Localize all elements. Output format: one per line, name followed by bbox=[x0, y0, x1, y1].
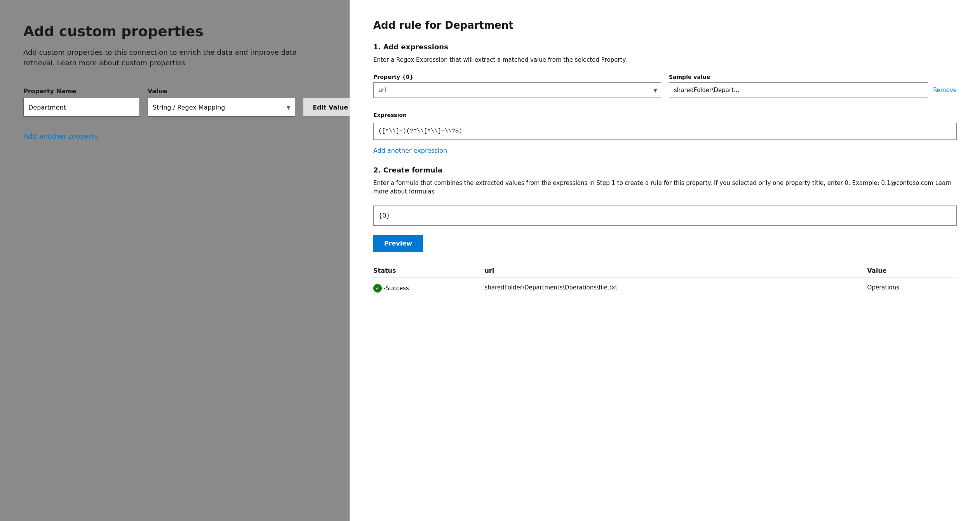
col-url-header: url bbox=[484, 264, 855, 278]
status-cell: ✓ -Success bbox=[373, 284, 473, 293]
left-panel: Add custom properties Add custom propert… bbox=[0, 0, 350, 521]
property-name-group: Property Name bbox=[23, 87, 140, 117]
preview-button[interactable]: Preview bbox=[373, 235, 423, 252]
section1-description: Enter a Regex Expression that will extra… bbox=[373, 56, 957, 64]
result-row: ✓ -Success sharedFolder\Departments\Oper… bbox=[373, 277, 957, 296]
preview-button-wrapper: Preview bbox=[373, 235, 957, 264]
success-status-text: -Success bbox=[383, 285, 409, 292]
formula-input[interactable] bbox=[373, 206, 957, 226]
property-form-row: Property Name Value String / Regex Mappi… bbox=[23, 87, 326, 117]
page-description: Add custom properties to this connection… bbox=[23, 47, 326, 68]
sample-value-input[interactable] bbox=[669, 82, 928, 98]
section2-heading: 2. Create formula bbox=[373, 166, 957, 174]
property-dropdown[interactable]: url title filename bbox=[373, 82, 661, 98]
right-panel: Add rule for Department 1. Add expressio… bbox=[350, 0, 980, 521]
edit-value-button[interactable]: Edit Value bbox=[303, 98, 350, 117]
result-status-cell: ✓ -Success bbox=[373, 277, 473, 296]
col-status-header: Status bbox=[373, 264, 473, 278]
property-dropdown-wrapper: url title filename ▼ bbox=[373, 82, 661, 98]
sample-value-label: Sample value bbox=[669, 74, 957, 80]
expression-input-group: Expression bbox=[373, 106, 957, 140]
gap-cell-1 bbox=[473, 277, 484, 296]
add-expression-link[interactable]: Add another expression bbox=[373, 147, 447, 154]
right-panel-title: Add rule for Department bbox=[373, 19, 957, 31]
expression-input[interactable] bbox=[373, 123, 957, 140]
remove-expression-link[interactable]: Remove bbox=[933, 87, 957, 94]
property-input-group: Property {0} url title filename ▼ bbox=[373, 74, 661, 98]
col-gap-2 bbox=[856, 264, 867, 278]
operations-result: Operations bbox=[867, 282, 899, 291]
section1-heading: 1. Add expressions bbox=[373, 43, 957, 51]
property-label: Property {0} bbox=[373, 74, 661, 80]
col-gap-1 bbox=[473, 264, 484, 278]
gap-cell-2 bbox=[856, 277, 867, 296]
page-title: Add custom properties bbox=[23, 23, 326, 39]
result-value-cell: Operations bbox=[867, 277, 957, 296]
expression-label: Expression bbox=[373, 112, 957, 118]
value-type-select[interactable]: String / Regex Mapping Static Value URL … bbox=[148, 98, 295, 117]
add-property-link[interactable]: Add another property bbox=[23, 132, 99, 140]
section2-description: Enter a formula that combines the extrac… bbox=[373, 179, 957, 196]
sample-value-row: Remove bbox=[669, 82, 957, 98]
sample-value-input-group: Sample value Remove bbox=[669, 74, 957, 98]
result-url-cell: sharedFolder\Departments\Operations\file… bbox=[484, 277, 855, 296]
results-table: Status url Value ✓ -Success sharedFolder… bbox=[373, 264, 957, 296]
col-value-header: Value bbox=[867, 264, 957, 278]
url-value: sharedFolder\Departments\Operations\file… bbox=[484, 284, 617, 291]
success-icon: ✓ bbox=[373, 284, 382, 293]
property-sample-row: Property {0} url title filename ▼ Sample… bbox=[373, 74, 957, 98]
value-dropdown-wrapper: String / Regex Mapping Static Value URL … bbox=[148, 98, 295, 117]
value-group: Value String / Regex Mapping Static Valu… bbox=[148, 87, 295, 117]
property-name-label: Property Name bbox=[23, 87, 140, 95]
property-name-input[interactable] bbox=[23, 98, 140, 117]
value-label: Value bbox=[148, 87, 295, 95]
